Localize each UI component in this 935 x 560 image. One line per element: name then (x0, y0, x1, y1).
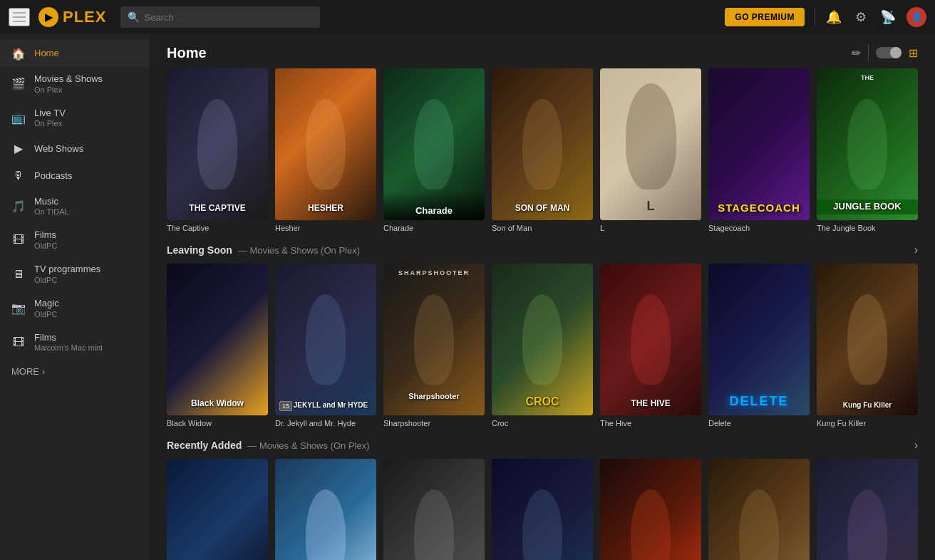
movie-card-hesher[interactable]: HESHER Hesher (275, 68, 376, 232)
movie-card-hive[interactable]: THE HIVE The Hive (600, 264, 701, 427)
poster-kungfu: Kung Fu Killer (817, 264, 918, 415)
movie-card-blackwidow[interactable]: Black Widow Black Widow (167, 264, 268, 427)
header-divider (868, 44, 869, 61)
view-slider[interactable] (876, 47, 902, 58)
settings-icon[interactable]: ⚙ (852, 9, 869, 25)
section-recently-added: Recently Added — Movies & Shows (On Plex… (150, 439, 935, 560)
sidebar-films-oldpc-label: Films (34, 229, 57, 241)
sidebar-item-web-shows[interactable]: ▶ Web Shows (0, 135, 150, 162)
movie-card-sounder[interactable]: SOUNDER Sounder (708, 459, 810, 560)
poster-l: L (600, 68, 701, 220)
search-icon: 🔍 (128, 11, 140, 23)
poster-charade: Charade (383, 68, 485, 220)
sidebar-films-oldpc-sub: OldPC (34, 242, 57, 251)
movie-card-captive[interactable]: THE CAPTIVE The Captive (167, 68, 268, 232)
leaving-soon-title: Leaving Soon (167, 244, 232, 256)
movie-card-drjekyll[interactable]: Dr JEKYLL and Mr HYDE 15 Dr. Jekyll and … (275, 264, 376, 427)
sidebar-magic-label: Magic (34, 298, 59, 309)
menu-button[interactable] (9, 8, 30, 26)
movie-title-junglebook: The Jungle Book (817, 224, 918, 232)
movie-card-junglebook[interactable]: THE JUNGLE BOOK The Jungle Book (817, 68, 918, 232)
movie-card-goingoverboard[interactable]: GOING OVERBOARD Going Overboard (275, 459, 376, 560)
movie-card-kungfu[interactable]: Kung Fu Killer Kung Fu Killer (817, 264, 918, 427)
movie-card-ra4[interactable] (492, 459, 593, 560)
leaving-soon-subtitle: — Movies & Shows (On Plex) (238, 245, 360, 256)
sidebar-magic-sub: OldPC (34, 310, 59, 319)
sidebar-films-malcolm-label: Films (34, 332, 103, 343)
leaving-soon-arrow[interactable]: › (914, 244, 918, 256)
movie-card-sundown[interactable]: SUNDOWN Sundown (600, 459, 701, 560)
sidebar-item-films-malcolm[interactable]: 🎞 Films Malcolm's Mac mini (0, 326, 150, 360)
sidebar-more[interactable]: MORE › (0, 359, 150, 384)
sidebar-item-live-tv[interactable]: 📺 Live TV On Plex (0, 101, 150, 135)
movie-title-charade: Charade (383, 224, 485, 232)
movie-card-l[interactable]: L L (600, 68, 701, 232)
movie-card-sharpshooter[interactable]: SHARPSHOOTER Sharpshooter Sharpshooter (383, 264, 485, 427)
sidebar-item-podcasts[interactable]: 🎙 Podcasts (0, 162, 150, 190)
movie-card-charade[interactable]: Charade Charade (383, 68, 485, 232)
poster-drjekyll: Dr JEKYLL and Mr HYDE 15 (275, 264, 376, 415)
view-toggle (876, 47, 902, 58)
movie-title-l: L (600, 224, 701, 232)
poster-hive: THE HIVE (600, 264, 701, 415)
sidebar-music-sub: On TIDAL (34, 207, 69, 217)
movie-title-hesher: Hesher (275, 224, 376, 232)
sidebar-item-music[interactable]: 🎵 Music On TIDAL (0, 190, 150, 224)
recently-added-header: Recently Added — Movies & Shows (On Plex… (167, 439, 918, 452)
movie-card-stagecoach[interactable]: STAGECOACH Stagecoach (708, 68, 810, 232)
movie-title-captive: The Captive (167, 224, 268, 232)
sidebar-tv-label: TV programmes (34, 264, 100, 275)
sidebar-item-home[interactable]: 🏠 Home (0, 40, 150, 67)
poster-croc: CROC (492, 264, 593, 415)
poster-delete: DELETE (708, 264, 810, 415)
header-controls: ✏ ⊞ (852, 44, 918, 61)
films-oldpc-icon: 🎞 (11, 233, 26, 247)
plex-icon: ▶ (38, 7, 58, 27)
movie-card-sonofman[interactable]: SON OF MAN Son of Man (492, 68, 593, 232)
search-bar[interactable]: 🔍 (120, 6, 320, 28)
sidebar-item-films-oldpc[interactable]: 🎞 Films OldPC (0, 223, 150, 257)
grid-view-icon[interactable]: ⊞ (909, 46, 918, 60)
poster-goingoverboard: GOING OVERBOARD (275, 459, 376, 560)
poster-ra3 (383, 459, 485, 560)
recently-added-arrow[interactable]: › (914, 439, 918, 452)
discover-icon[interactable]: 🔔 (825, 9, 842, 25)
movie-card-ra7[interactable] (817, 459, 918, 560)
sidebar-livetv-sub: On Plex (34, 119, 66, 128)
sidebar-item-tv-programmes[interactable]: 🖥 TV programmes OldPC (0, 257, 150, 291)
home-icon: 🏠 (11, 46, 26, 61)
content-area: Home ✏ ⊞ THE CAPTIVE The Captive (150, 34, 935, 560)
poster-blackwidow: Black Widow (167, 264, 268, 415)
sidebar-livetv-label: Live TV (34, 108, 66, 119)
sidebar-item-movies-shows[interactable]: 🎬 Movies & Shows On Plex (0, 67, 150, 101)
poster-junglebook: THE JUNGLE BOOK (817, 68, 918, 220)
edit-icon[interactable]: ✏ (852, 46, 861, 60)
sidebar-music-label: Music (34, 196, 69, 207)
movie-card-ra3[interactable] (383, 459, 485, 560)
movie-card-croc[interactable]: CROC Croc (492, 264, 593, 427)
leaving-soon-header: Leaving Soon — Movies & Shows (On Plex) … (167, 244, 918, 256)
avatar[interactable]: 👤 (906, 7, 926, 27)
section-top: THE CAPTIVE The Captive HESHER Hesher Ch… (150, 68, 935, 244)
films-malcolm-icon: 🎞 (11, 336, 26, 350)
top-movie-grid: THE CAPTIVE The Captive HESHER Hesher Ch… (167, 68, 918, 232)
movies-icon: 🎬 (11, 77, 26, 91)
poster-sundown: SUNDOWN (600, 459, 701, 560)
sidebar-movies-label: Movies & Shows (34, 73, 103, 85)
recently-added-title: Recently Added (167, 440, 242, 451)
poster-ra7 (817, 459, 918, 560)
recently-added-grid: Lost River Lost River GOING OVERBOARD Go… (167, 459, 918, 560)
search-input[interactable] (144, 12, 313, 23)
premium-button[interactable]: GO PREMIUM (725, 8, 805, 26)
sidebar-item-magic[interactable]: 📷 Magic OldPC (0, 291, 150, 326)
content-header: Home ✏ ⊞ (150, 34, 935, 68)
sidebar: 🏠 Home 🎬 Movies & Shows On Plex 📺 Live T… (0, 34, 150, 560)
movie-title-kungfu: Kung Fu Killer (817, 419, 918, 427)
main-layout: 🏠 Home 🎬 Movies & Shows On Plex 📺 Live T… (0, 34, 935, 560)
movie-card-lostriver[interactable]: Lost River Lost River (167, 459, 268, 560)
more-label: MORE (11, 366, 39, 377)
poster-sonofman: SON OF MAN (492, 68, 593, 220)
cast-icon[interactable]: 📡 (879, 9, 897, 25)
sidebar-tv-sub: OldPC (34, 276, 100, 285)
movie-card-delete[interactable]: DELETE Delete (708, 264, 810, 427)
